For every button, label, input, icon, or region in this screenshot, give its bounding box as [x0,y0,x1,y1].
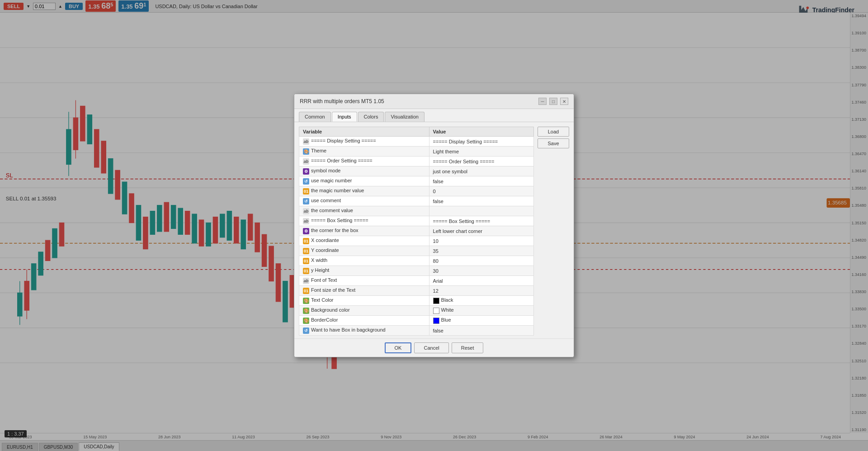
table-row: 🎨Background colorWhite [299,306,534,316]
row-variable[interactable]: 01X coordiante [299,236,429,246]
ab-icon: ab [303,208,309,214]
dialog-tab-common[interactable]: Common [299,112,331,122]
row-variable[interactable]: ↺use comment [299,196,429,206]
o1-icon: 01 [303,188,309,195]
dialog: RRR with multiple orders MT5 1.05 ─ □ ✕ … [294,94,574,357]
row-value[interactable]: 12 [429,286,533,296]
table-row: 01Y coordinate35 [299,246,534,256]
ab-icon: ab [303,218,309,224]
row-variable[interactable]: 01Y coordinate [299,246,429,256]
dialog-tabs: CommonInputsColorsVisualization [294,109,574,122]
row-variable[interactable]: 🎨Theme [299,147,429,157]
ab-icon: ab [303,138,309,145]
dialog-footer: OK Cancel Reset [294,338,574,357]
color-swatch [433,318,439,324]
col-variable: Variable [299,127,429,137]
arrow-icon: ↺ [303,198,309,204]
minimize-button[interactable]: ─ [538,98,547,105]
row-value[interactable]: Black [429,296,533,306]
reset-button[interactable]: Reset [452,342,484,353]
table-row: 🎨ThemeLight theme [299,147,534,157]
cancel-button[interactable]: Cancel [414,342,448,353]
row-variable[interactable]: ab===== Display Setting ===== [299,137,429,147]
o1-icon: 01 [303,258,309,264]
dialog-body: Variable Value ab===== Display Setting =… [294,122,574,338]
table-row: ab===== Box Setting ========== Box Setti… [299,216,534,226]
gear-icon: ⚙ [303,228,309,234]
row-value[interactable]: White [429,306,533,316]
table-row: ab===== Display Setting ========== Displ… [299,137,534,147]
table-row: ab===== Order Setting ========== Order S… [299,157,534,166]
table-row: 01Font size of the Text12 [299,286,534,296]
close-button[interactable]: ✕ [560,98,568,105]
row-variable[interactable]: ⚙the corner for the box [299,226,429,236]
row-variable[interactable]: 🎨Text Color [299,296,429,306]
table-row: 🎨Text ColorBlack [299,296,534,306]
o1-icon: 01 [303,238,309,244]
row-variable[interactable]: 🎨Background color [299,306,429,316]
row-value[interactable]: ===== Display Setting ===== [429,137,533,147]
table-row: 01y Height30 [299,266,534,276]
color-icon: 🎨 [303,318,309,324]
arrow-icon: ↺ [303,178,309,185]
row-variable[interactable]: 01X width [299,256,429,266]
save-button[interactable]: Save [538,138,569,148]
row-value[interactable]: Arial [429,276,533,286]
load-save-area: Load Save [538,127,569,336]
color-icon: 🎨 [303,298,309,304]
color-swatch [433,308,439,314]
row-variable[interactable]: 01y Height [299,266,429,276]
maximize-button[interactable]: □ [549,98,557,105]
color-icon: 🎨 [303,308,309,314]
load-button[interactable]: Load [538,127,569,137]
color-swatch [433,298,439,304]
row-variable[interactable]: abthe comment value [299,206,429,216]
dialog-titlebar: RRR with multiple orders MT5 1.05 ─ □ ✕ [294,94,574,109]
table-row: abthe comment value [299,206,534,216]
theme-icon: 🎨 [303,148,309,155]
row-variable[interactable]: ↺Want to have Box in bagckground [299,326,429,336]
table-row: ⚙the corner for the boxLeft lower chart … [299,226,534,236]
row-value[interactable]: ===== Order Setting ===== [429,157,533,166]
row-variable[interactable]: ab===== Order Setting ===== [299,157,429,166]
table-row: 01the magic number value0 [299,186,534,196]
row-value[interactable]: ===== Box Setting ===== [429,216,533,226]
row-value[interactable]: 80 [429,256,533,266]
row-value[interactable]: false [429,196,533,206]
row-value[interactable]: false [429,176,533,186]
row-value[interactable]: 30 [429,266,533,276]
row-variable[interactable]: 🎨BorderColor [299,316,429,326]
row-variable[interactable]: ⚙symbol mode [299,166,429,176]
table-row: 01X width80 [299,256,534,266]
row-value[interactable]: 10 [429,236,533,246]
row-variable[interactable]: 01the magic number value [299,186,429,196]
dialog-controls: ─ □ ✕ [538,98,568,105]
table-row: ↺use magic numberfalse [299,176,534,186]
arrow-icon: ↺ [303,328,309,334]
table-row: abFont of TextArial [299,276,534,286]
row-variable[interactable]: ↺use magic number [299,176,429,186]
dialog-title: RRR with multiple orders MT5 1.05 [300,98,384,104]
ok-button[interactable]: OK [385,342,412,353]
row-value[interactable]: Blue [429,316,533,326]
row-value[interactable]: Left lower chart corner [429,226,533,236]
row-value[interactable]: false [429,326,533,336]
row-value[interactable]: 0 [429,186,533,196]
table-row: 🎨BorderColorBlue [299,316,534,326]
row-variable[interactable]: ab===== Box Setting ===== [299,216,429,226]
row-value[interactable]: 35 [429,246,533,256]
row-value[interactable]: Light theme [429,147,533,157]
row-value[interactable] [429,206,533,216]
col-value: Value [429,127,533,137]
row-variable[interactable]: abFont of Text [299,276,429,286]
dialog-tab-colors[interactable]: Colors [358,112,384,122]
params-table: Variable Value ab===== Display Setting =… [299,127,534,336]
row-variable[interactable]: 01Font size of the Text [299,286,429,296]
o1-icon: 01 [303,268,309,274]
dialog-tab-inputs[interactable]: Inputs [332,112,357,122]
row-value[interactable]: just one symbol [429,166,533,176]
ab-icon: ab [303,278,309,284]
table-row: ↺Want to have Box in bagckgroundfalse [299,326,534,336]
gear-icon: ⚙ [303,168,309,175]
dialog-tab-visualization[interactable]: Visualization [385,112,425,122]
